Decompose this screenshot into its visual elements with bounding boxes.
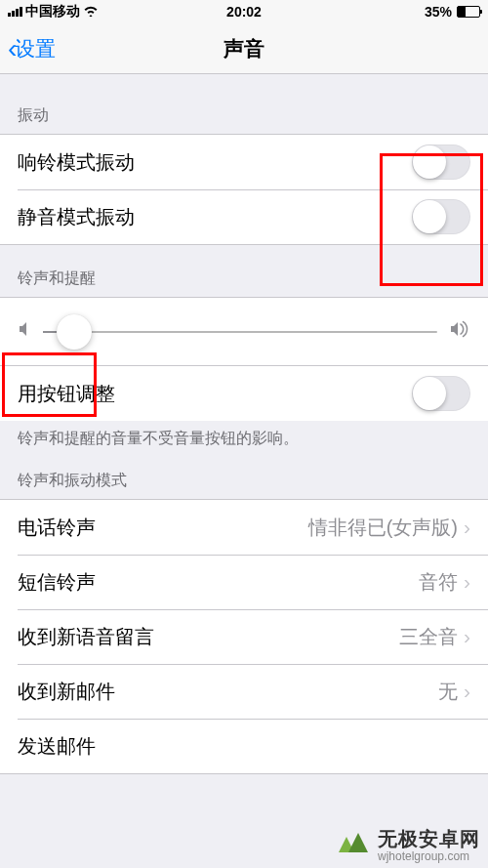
chevron-right-icon: › xyxy=(464,570,470,594)
volume-slider[interactable] xyxy=(43,331,437,333)
watermark-title: 无极安卓网 xyxy=(378,829,480,848)
cell-group-vibration: 响铃模式振动 静音模式振动 xyxy=(0,134,488,245)
toggle-button-adjust[interactable] xyxy=(412,376,470,411)
watermark: 无极安卓网 wjhotelgroup.com xyxy=(335,827,480,864)
cell-text-tone[interactable]: 短信铃声 音符 › xyxy=(0,555,488,609)
cell-label: 用按钮调整 xyxy=(18,381,115,407)
nav-bar: ‹ 设置 声音 xyxy=(0,23,488,74)
chevron-right-icon: › xyxy=(464,625,470,648)
battery-icon xyxy=(457,6,480,18)
page-title: 声音 xyxy=(224,35,264,62)
watermark-url: wjhotelgroup.com xyxy=(378,850,480,862)
section-header-vibration: 振动 xyxy=(0,82,488,134)
status-bar: 中国移动 20:02 35% xyxy=(0,0,488,23)
cell-new-mail[interactable]: 收到新邮件 无 › xyxy=(0,664,488,719)
cell-sent-mail[interactable]: 发送邮件 xyxy=(0,719,488,773)
back-button[interactable]: ‹ 设置 xyxy=(0,33,56,64)
volume-low-icon xyxy=(18,321,31,342)
chevron-right-icon: › xyxy=(464,680,470,703)
cell-label: 收到新语音留言 xyxy=(18,624,154,650)
carrier-label: 中国移动 xyxy=(25,3,80,21)
signal-icon xyxy=(8,7,22,17)
battery-percent: 35% xyxy=(425,4,452,20)
back-label: 设置 xyxy=(15,35,56,62)
status-left: 中国移动 xyxy=(8,3,99,21)
section-header-ringer: 铃声和提醒 xyxy=(0,245,488,297)
cell-ring-vibrate: 响铃模式振动 xyxy=(0,135,488,189)
slider-thumb[interactable] xyxy=(57,314,92,350)
status-time: 20:02 xyxy=(226,4,262,20)
cell-group-patterns: 电话铃声 情非得已(女声版) › 短信铃声 音符 › 收到新语音留言 三全音 ›… xyxy=(0,499,488,774)
cell-value: 三全音 xyxy=(399,624,458,650)
status-right: 35% xyxy=(425,4,480,20)
section-footer-ringer: 铃声和提醒的音量不受音量按钮的影响。 xyxy=(0,421,488,453)
toggle-silent-vibrate[interactable] xyxy=(412,199,470,234)
cell-ringtone[interactable]: 电话铃声 情非得已(女声版) › xyxy=(0,500,488,555)
cell-label: 收到新邮件 xyxy=(18,679,115,705)
cell-group-ringer: 用按钮调整 xyxy=(0,297,488,421)
cell-label: 静音模式振动 xyxy=(18,204,135,230)
cell-label: 短信铃声 xyxy=(18,569,96,596)
cell-button-adjust: 用按钮调整 xyxy=(0,366,488,421)
cell-value: 音符 xyxy=(419,569,458,596)
volume-high-icon xyxy=(449,320,470,343)
cell-voicemail[interactable]: 收到新语音留言 三全音 › xyxy=(0,609,488,664)
chevron-right-icon: › xyxy=(464,516,470,539)
section-header-patterns: 铃声和振动模式 xyxy=(0,453,488,499)
cell-value: 情非得已(女声版) xyxy=(308,515,458,541)
watermark-logo-icon xyxy=(335,827,372,864)
volume-slider-cell xyxy=(0,298,488,366)
wifi-icon xyxy=(83,5,99,20)
cell-label: 响铃模式振动 xyxy=(18,149,135,176)
toggle-ring-vibrate[interactable] xyxy=(412,145,470,180)
cell-label: 发送邮件 xyxy=(18,733,96,760)
cell-value: 无 xyxy=(438,679,458,705)
cell-silent-vibrate: 静音模式振动 xyxy=(0,189,488,244)
cell-label: 电话铃声 xyxy=(18,515,96,541)
